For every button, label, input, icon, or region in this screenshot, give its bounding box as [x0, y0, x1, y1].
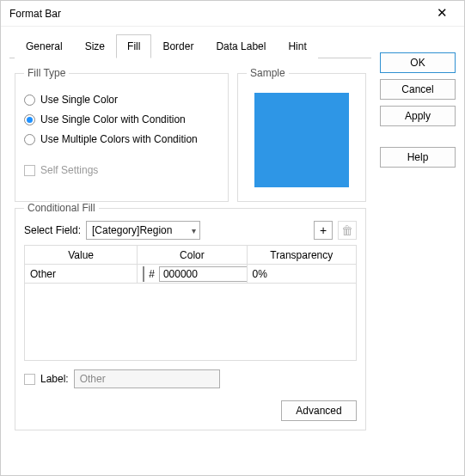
radio-label: Use Multiple Colors with Condition	[40, 133, 198, 145]
col-color: Color	[138, 246, 247, 265]
select-field-dropdown[interactable]: [Category]Region ▾	[86, 221, 199, 240]
conditional-fill-legend: Conditional Fill	[24, 202, 99, 214]
cell-value[interactable]: Other	[25, 265, 138, 284]
label-label: Label:	[40, 373, 69, 385]
radio-multiple-colors-condition[interactable]: Use Multiple Colors with Condition	[24, 133, 219, 145]
advanced-button[interactable]: Advanced	[281, 400, 357, 421]
sample-legend: Sample	[247, 67, 289, 79]
sample-swatch	[254, 93, 349, 187]
cancel-button[interactable]: Cancel	[380, 79, 456, 100]
table-empty-area	[24, 284, 357, 361]
dialog-title: Format Bar	[9, 8, 61, 20]
conditional-fill-table: Value Color Transparency Other	[24, 245, 357, 284]
radio-label: Use Single Color	[40, 94, 118, 106]
radio-label: Use Single Color with Condition	[40, 113, 186, 125]
plus-icon: +	[320, 224, 327, 236]
titlebar: Format Bar ✕	[1, 1, 464, 27]
radio-icon	[24, 134, 35, 145]
select-field-value: [Category]Region	[92, 224, 172, 236]
col-transparency: Transparency	[247, 246, 356, 265]
self-settings-checkbox: Self Settings	[24, 164, 219, 176]
cell-transparency[interactable]: 0%	[247, 265, 356, 284]
hash-label: #	[149, 268, 155, 280]
trash-icon: 🗑	[341, 224, 353, 236]
dialog-buttons: OK Cancel Apply Help	[380, 34, 456, 467]
hex-input[interactable]	[159, 266, 247, 282]
color-swatch[interactable]	[143, 266, 144, 282]
fill-type-group: Fill Type Use Single Color Use Single Co…	[15, 67, 229, 202]
radio-icon	[24, 114, 35, 125]
label-input: Other	[74, 369, 220, 388]
format-bar-dialog: Format Bar ✕ General Size Fill Border Da…	[0, 0, 465, 476]
tab-fill[interactable]: Fill	[116, 34, 151, 58]
tab-size[interactable]: Size	[74, 34, 116, 58]
label-input-value: Other	[80, 373, 106, 385]
tab-data-label[interactable]: Data Label	[205, 34, 277, 58]
table-row[interactable]: Other # 0%	[25, 265, 357, 284]
label-checkbox[interactable]	[24, 374, 35, 385]
radio-single-color-condition[interactable]: Use Single Color with Condition	[24, 113, 219, 125]
self-settings-label: Self Settings	[40, 164, 98, 176]
add-row-button[interactable]: +	[314, 221, 333, 240]
sample-group: Sample	[237, 67, 366, 202]
tab-border[interactable]: Border	[151, 34, 205, 58]
chevron-down-icon: ▾	[192, 226, 196, 235]
help-button[interactable]: Help	[380, 147, 456, 168]
radio-icon	[24, 95, 35, 106]
ok-button[interactable]: OK	[380, 52, 456, 73]
delete-row-button: 🗑	[338, 221, 357, 240]
close-icon: ✕	[437, 5, 448, 20]
radio-single-color[interactable]: Use Single Color	[24, 94, 219, 106]
cell-color[interactable]: #	[138, 265, 247, 284]
checkbox-icon	[24, 165, 35, 176]
tab-hint[interactable]: Hint	[277, 34, 317, 58]
select-field-label: Select Field:	[24, 224, 81, 236]
fill-type-legend: Fill Type	[24, 67, 69, 79]
apply-button[interactable]: Apply	[380, 106, 456, 126]
conditional-fill-group: Conditional Fill Select Field: [Category…	[15, 202, 366, 430]
col-value: Value	[25, 246, 138, 265]
tab-bar: General Size Fill Border Data Label Hint	[9, 34, 371, 58]
close-button[interactable]: ✕	[426, 3, 457, 24]
tab-general[interactable]: General	[15, 34, 74, 58]
